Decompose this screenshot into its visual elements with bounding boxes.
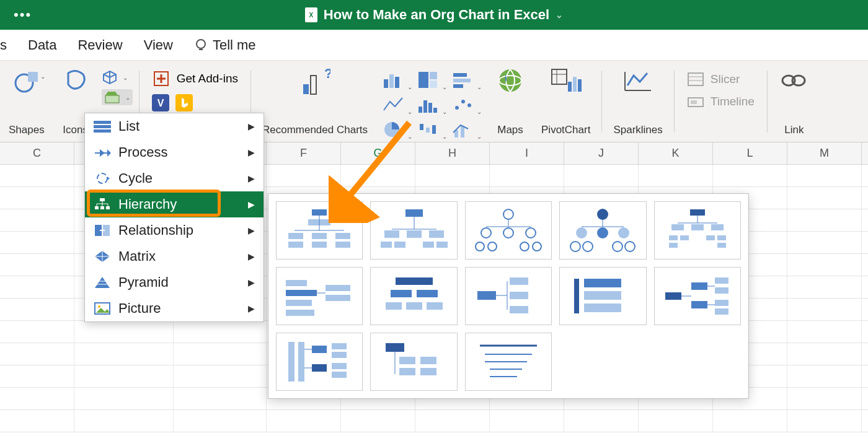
timeline-button[interactable]: Timeline xyxy=(687,94,755,109)
excel-doc-icon: X xyxy=(305,7,317,22)
svg-rect-82 xyxy=(312,242,327,248)
list-icon xyxy=(94,120,111,133)
svg-rect-148 xyxy=(584,303,621,312)
svg-rect-135 xyxy=(417,290,438,297)
pivotchart-button[interactable]: PivotChart xyxy=(533,67,599,136)
smartart-relationship[interactable]: Relationship▶ xyxy=(85,217,264,243)
svg-rect-42 xyxy=(573,77,577,92)
svg-rect-158 xyxy=(715,308,728,315)
separator xyxy=(767,71,768,133)
pie-chart-button[interactable]: ⌄ xyxy=(383,120,412,141)
line-chart-button[interactable]: ⌄ xyxy=(383,95,412,116)
svg-point-28 xyxy=(461,100,465,103)
smartart-matrix[interactable]: Matrix▶ xyxy=(85,243,264,269)
svg-rect-167 xyxy=(332,363,347,369)
svg-point-27 xyxy=(455,106,459,110)
tab-partial[interactable]: s xyxy=(0,37,7,53)
col-header[interactable]: K xyxy=(639,142,713,164)
smartart-picture[interactable]: Picture▶ xyxy=(85,295,264,321)
hierarchy-layout-5[interactable] xyxy=(654,201,741,260)
hierarchy-layout-6[interactable] xyxy=(276,267,363,325)
svg-rect-118 xyxy=(691,224,704,230)
svg-rect-93 xyxy=(436,242,448,248)
smartart-button[interactable]: ⌄ xyxy=(102,89,133,105)
link-button[interactable]: Link xyxy=(770,67,818,136)
hierarchy-layout-13[interactable] xyxy=(465,333,552,391)
title-dropdown-icon[interactable]: ⌄ xyxy=(556,10,563,20)
scatter-chart-button[interactable]: ⌄ xyxy=(452,95,482,116)
col-header[interactable]: J xyxy=(564,142,639,164)
smartart-cycle[interactable]: Cycle▶ xyxy=(85,165,264,191)
window-menu-icon[interactable]: ••• xyxy=(14,7,32,23)
column-chart-button[interactable]: ⌄ xyxy=(383,71,412,92)
col-header[interactable]: F xyxy=(267,142,341,164)
hierarchy-layout-1[interactable] xyxy=(276,201,363,260)
tell-me-search[interactable]: Tell me xyxy=(194,37,256,53)
histogram-button[interactable]: ⌄ xyxy=(417,95,447,116)
recommended-charts-button[interactable]: ? Recommended Charts xyxy=(254,67,376,136)
svg-rect-139 xyxy=(477,291,496,300)
separator xyxy=(674,71,675,133)
svg-rect-78 xyxy=(288,233,303,239)
smartart-list[interactable]: List▶ xyxy=(85,113,264,139)
3d-models-button[interactable]: ⌄ xyxy=(102,69,133,85)
link-icon xyxy=(779,67,810,94)
svg-rect-172 xyxy=(399,368,415,375)
hierarchy-layout-4[interactable] xyxy=(559,201,646,260)
col-header[interactable]: I xyxy=(490,142,564,164)
bar-chart-button[interactable]: ⌄ xyxy=(452,71,482,92)
get-addins-button[interactable]: Get Add-ins xyxy=(152,69,238,88)
svg-rect-80 xyxy=(335,233,350,239)
bing-icon[interactable] xyxy=(175,94,193,111)
col-header[interactable]: L xyxy=(713,142,787,164)
rec-charts-icon: ? xyxy=(299,67,330,98)
svg-point-109 xyxy=(618,227,629,238)
svg-rect-74 xyxy=(312,209,327,216)
svg-rect-24 xyxy=(423,100,427,113)
svg-rect-15 xyxy=(389,74,394,88)
smartart-pyramid[interactable]: Pyramid▶ xyxy=(85,269,264,295)
process-icon xyxy=(94,146,111,159)
tab-review[interactable]: Review xyxy=(78,37,122,53)
slicer-button[interactable]: Slicer xyxy=(687,72,755,87)
svg-rect-23 xyxy=(418,107,422,113)
matrix-icon xyxy=(94,250,111,263)
svg-rect-171 xyxy=(399,357,415,364)
smartart-hierarchy[interactable]: Hierarchy▶ xyxy=(85,191,264,217)
hierarchy-icon xyxy=(94,198,111,211)
slicer-icon xyxy=(687,72,704,87)
document-title-area[interactable]: X How to Make an Org Chart in Excel ⌄ xyxy=(305,7,563,23)
svg-rect-156 xyxy=(715,287,728,294)
hierarchy-layout-10[interactable] xyxy=(654,267,741,325)
col-header[interactable]: G xyxy=(341,142,415,164)
sparklines-icon xyxy=(622,67,653,94)
hierarchy-layout-8[interactable] xyxy=(465,267,552,325)
tab-view[interactable]: View xyxy=(144,37,173,53)
svg-rect-147 xyxy=(584,291,621,300)
shapes-button[interactable]: ⌄ Shapes xyxy=(0,67,53,136)
treemap-button[interactable]: ⌄ xyxy=(417,71,447,92)
svg-rect-129 xyxy=(326,285,350,291)
svg-point-111 xyxy=(583,242,593,251)
maps-button[interactable]: Maps xyxy=(488,67,533,136)
combo-chart-button[interactable]: ⌄ xyxy=(452,120,482,141)
hierarchy-layout-2[interactable] xyxy=(370,201,457,260)
hierarchy-layout-3[interactable] xyxy=(465,201,552,260)
chevron-right-icon: ▶ xyxy=(248,277,255,287)
hierarchy-layout-9[interactable] xyxy=(559,267,646,325)
hierarchy-layout-7[interactable] xyxy=(370,267,457,325)
sparklines-button[interactable]: Sparklines xyxy=(604,67,671,136)
waterfall-button[interactable]: ⌄ xyxy=(417,120,447,141)
tab-data[interactable]: Data xyxy=(28,37,56,53)
hierarchy-layout-12[interactable] xyxy=(370,333,457,391)
col-header[interactable]: M xyxy=(787,142,862,164)
pivotchart-icon xyxy=(549,67,583,94)
svg-rect-114 xyxy=(690,209,705,216)
col-header[interactable]: H xyxy=(415,142,490,164)
visio-icon[interactable]: V xyxy=(152,94,169,111)
smartart-process[interactable]: Process▶ xyxy=(85,139,264,165)
hierarchy-layout-11[interactable] xyxy=(276,333,363,391)
svg-rect-81 xyxy=(288,242,303,248)
col-header[interactable]: C xyxy=(0,142,74,164)
svg-rect-155 xyxy=(715,277,728,284)
